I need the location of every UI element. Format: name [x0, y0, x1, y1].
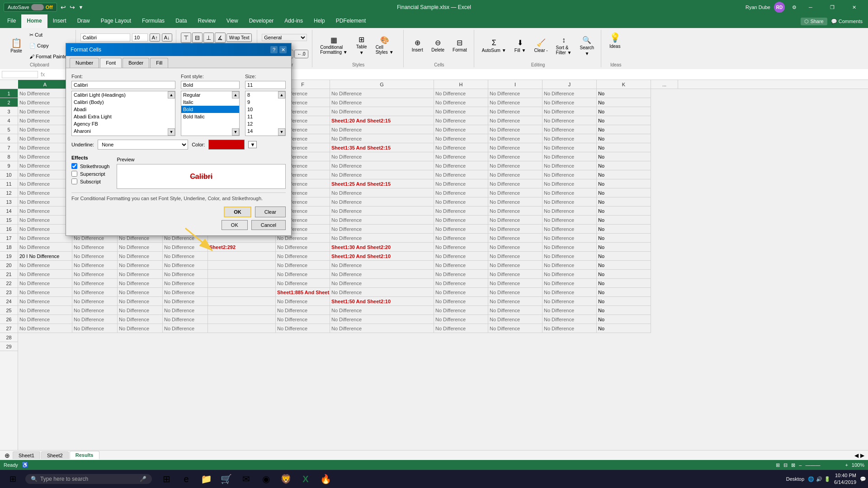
- style-scroll-up[interactable]: ▲: [232, 91, 239, 99]
- cell-16-0[interactable]: No Difference: [18, 216, 72, 225]
- cell-16-8[interactable]: No Difference: [488, 216, 542, 225]
- cell-17-9[interactable]: No Difference: [542, 225, 597, 234]
- restore-button[interactable]: ❐: [822, 0, 843, 14]
- taskbar-mail[interactable]: ✉: [237, 470, 255, 488]
- tab-review[interactable]: Review: [192, 14, 221, 28]
- cell-22-0[interactable]: No Difference: [18, 270, 72, 279]
- row-num-29[interactable]: 29: [0, 342, 18, 351]
- grid-row-24[interactable]: No DifferenceNo DifferenceNo DifferenceN…: [18, 288, 868, 297]
- format-cells-button[interactable]: ⊟ Format: [449, 37, 470, 55]
- cell-8-9[interactable]: No Difference: [542, 143, 597, 152]
- cell-19-2[interactable]: No Difference: [118, 243, 163, 252]
- cell-27-10[interactable]: No: [597, 315, 651, 324]
- cell-15-6[interactable]: No Difference: [330, 206, 434, 216]
- cell-13-0[interactable]: No Difference: [18, 188, 72, 197]
- taskbar-chrome[interactable]: ◉: [257, 470, 275, 488]
- row-num-17[interactable]: 17: [0, 234, 18, 243]
- cell-23-6[interactable]: No Difference: [330, 279, 434, 288]
- cell-8-0[interactable]: No Difference: [18, 143, 72, 152]
- strikethrough-row[interactable]: Strikethrough: [71, 163, 109, 169]
- cell-17-7[interactable]: No Difference: [434, 225, 488, 234]
- cell-14-8[interactable]: No Difference: [488, 197, 542, 206]
- cell-10-0[interactable]: No Difference: [18, 161, 72, 170]
- cell-27-0[interactable]: No Difference: [18, 315, 72, 324]
- cell-21-3[interactable]: No Difference: [163, 261, 208, 270]
- cell-28-3[interactable]: No Difference: [163, 324, 208, 333]
- minimize-button[interactable]: ─: [800, 0, 821, 14]
- redo-icon[interactable]: ↪: [70, 4, 75, 11]
- cell-18-6[interactable]: No Difference: [330, 234, 434, 243]
- row-num-25[interactable]: 25: [0, 306, 18, 315]
- cell-26-0[interactable]: No Difference: [18, 306, 72, 315]
- dialog-ok-button-2[interactable]: OK: [222, 220, 248, 230]
- underline-select[interactable]: None Single Double: [98, 140, 188, 150]
- row-num-12[interactable]: 12: [0, 188, 18, 197]
- cell-23-0[interactable]: No Difference: [18, 279, 72, 288]
- cell-12-6[interactable]: Sheet1:25 And Sheet2:15: [330, 179, 434, 188]
- cell-10-7[interactable]: No Difference: [434, 161, 488, 170]
- cell-13-6[interactable]: No Difference: [330, 188, 434, 197]
- cell-26-3[interactable]: No Difference: [163, 306, 208, 315]
- style-bold-italic[interactable]: Bold Italic: [181, 113, 239, 120]
- cell-27-9[interactable]: No Difference: [542, 315, 597, 324]
- taskbar-edge[interactable]: e: [177, 470, 195, 488]
- angle-text-button[interactable]: ∡: [215, 33, 226, 43]
- cell-27-3[interactable]: No Difference: [163, 315, 208, 324]
- cell-2-10[interactable]: No: [597, 89, 651, 98]
- cell-3-0[interactable]: No Difference: [18, 98, 72, 107]
- cell-24-2[interactable]: No Difference: [118, 288, 163, 297]
- size-scroll-down[interactable]: ▼: [278, 128, 285, 136]
- font-item-agency-fb[interactable]: Agency FB: [72, 120, 175, 127]
- cell-27-4[interactable]: [208, 315, 276, 324]
- row-num-24[interactable]: 24: [0, 297, 18, 306]
- cell-26-9[interactable]: No Difference: [542, 306, 597, 315]
- cell-20-9[interactable]: No Difference: [542, 252, 597, 261]
- cell-25-1[interactable]: No Difference: [72, 297, 118, 306]
- comments-button[interactable]: 💬 Comments: [831, 19, 863, 24]
- cell-16-10[interactable]: No: [597, 216, 651, 225]
- ideas-button[interactable]: 💡 Ideas: [606, 30, 624, 51]
- cell-3-9[interactable]: No Difference: [542, 98, 597, 107]
- cell-24-8[interactable]: No Difference: [488, 288, 542, 297]
- size-10[interactable]: 10: [245, 106, 285, 113]
- style-bold[interactable]: Bold: [181, 106, 239, 113]
- cell-23-3[interactable]: No Difference: [163, 279, 208, 288]
- col-header-I[interactable]: I: [488, 80, 542, 89]
- tab-developer[interactable]: Developer: [244, 14, 279, 28]
- cell-20-1[interactable]: No Difference: [72, 252, 118, 261]
- cell-28-5[interactable]: No Difference: [276, 324, 330, 333]
- volume-icon[interactable]: 🔊: [816, 476, 822, 482]
- cell-22-4[interactable]: [208, 270, 276, 279]
- font-item-abadi[interactable]: Abadi: [72, 106, 175, 113]
- taskbar-excel[interactable]: X: [297, 470, 315, 488]
- row-num-23[interactable]: 23: [0, 288, 18, 297]
- cell-20-10[interactable]: No: [597, 252, 651, 261]
- cell-26-2[interactable]: No Difference: [118, 306, 163, 315]
- clear-button[interactable]: 🧹 Clear -: [531, 36, 551, 55]
- cell-28-6[interactable]: No Difference: [330, 324, 434, 333]
- cell-28-2[interactable]: No Difference: [118, 324, 163, 333]
- cell-10-10[interactable]: No: [597, 161, 651, 170]
- cell-25-10[interactable]: No: [597, 297, 651, 306]
- row-num-27[interactable]: 27: [0, 324, 18, 333]
- cell-22-10[interactable]: No: [597, 270, 651, 279]
- cell-19-4[interactable]: Sheet2:292: [208, 243, 276, 252]
- row-num-1[interactable]: 1: [0, 89, 18, 98]
- font-style-field[interactable]: [181, 81, 240, 89]
- cell-26-10[interactable]: No: [597, 306, 651, 315]
- cell-10-6[interactable]: No Difference: [330, 161, 434, 170]
- grid-row-27[interactable]: No DifferenceNo DifferenceNo DifferenceN…: [18, 315, 868, 324]
- size-9[interactable]: 9: [245, 99, 285, 106]
- cell-22-9[interactable]: No Difference: [542, 270, 597, 279]
- font-item-aharoni[interactable]: Aharoni: [72, 127, 175, 135]
- undo-icon[interactable]: ↩: [61, 4, 66, 11]
- col-header-K[interactable]: K: [597, 80, 651, 89]
- cell-26-1[interactable]: No Difference: [72, 306, 118, 315]
- cell-26-7[interactable]: No Difference: [434, 306, 488, 315]
- network-icon[interactable]: 🌐: [808, 476, 814, 482]
- cell-4-0[interactable]: No Difference: [18, 107, 72, 116]
- close-button[interactable]: ✕: [844, 0, 864, 14]
- cell-2-0[interactable]: No Difference: [18, 89, 72, 98]
- cell-27-7[interactable]: No Difference: [434, 315, 488, 324]
- sheet-tab-sheet2[interactable]: Sheet2: [41, 451, 69, 459]
